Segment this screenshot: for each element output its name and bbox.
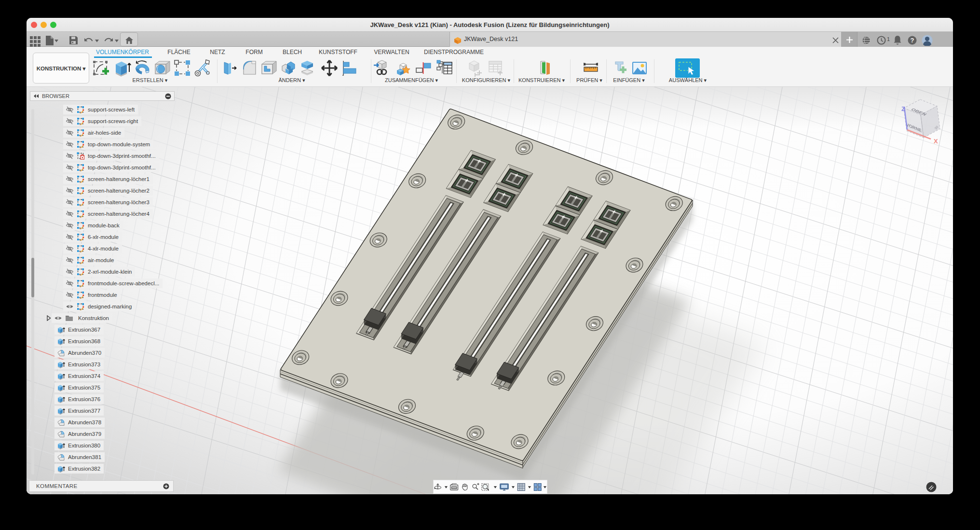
svg-text:Z: Z [901,105,905,112]
svg-text:X: X [934,138,938,145]
svg-text:?: ? [911,37,914,44]
